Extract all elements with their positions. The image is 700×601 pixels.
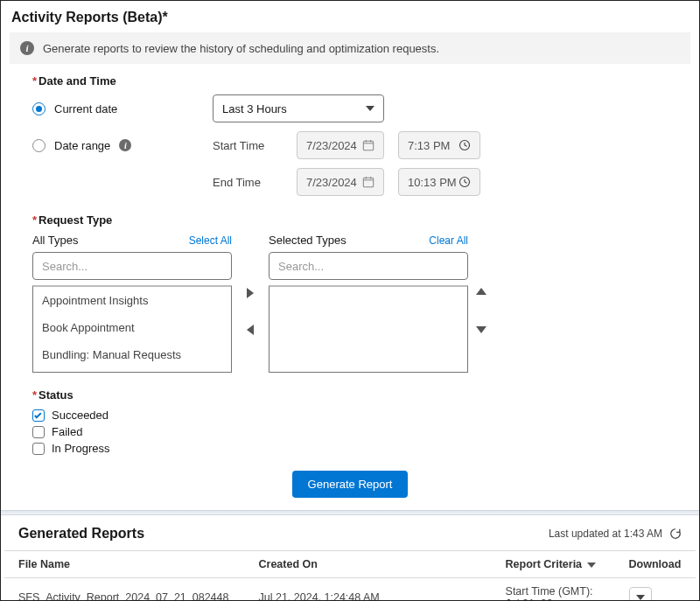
info-icon[interactable]: i — [119, 139, 131, 151]
col-file-name[interactable]: File Name — [4, 551, 244, 578]
all-types-label: All Types — [32, 234, 79, 247]
radio-current-date-label: Current date — [54, 102, 117, 115]
end-date-value: 7/23/2024 — [306, 176, 357, 189]
selected-types-listbox[interactable] — [269, 285, 468, 373]
cell-criteria: Start Time (GMT): Jul 21, 20... — [492, 578, 615, 602]
info-banner-text: Generate reports to review the history o… — [43, 42, 439, 55]
cell-file-name: SFS_Activity_Report_2024_07_21_082448 — [4, 578, 244, 602]
info-icon: i — [20, 41, 34, 55]
time-range-value: Last 3 Hours — [222, 102, 287, 115]
end-time-label: End Time — [213, 176, 291, 189]
svg-line-6 — [465, 145, 467, 146]
page-title: Activity Reports (Beta)* — [1, 1, 699, 32]
last-updated-text: Last updated at 1:43 AM — [549, 528, 662, 540]
checkbox-in-progress-label: In Progress — [52, 442, 109, 455]
end-time-value: 10:13 PM — [408, 176, 457, 189]
move-up-button[interactable] — [476, 288, 486, 295]
info-banner: i Generate reports to review the history… — [10, 32, 690, 64]
start-time-input: 7:13 PM — [398, 131, 480, 159]
end-date-input: 7/23/2024 — [297, 168, 384, 196]
start-time-value: 7:13 PM — [408, 139, 450, 152]
chevron-down-icon — [636, 595, 645, 600]
clock-icon — [458, 139, 471, 151]
request-type-label: Request Type — [32, 213, 668, 227]
list-item[interactable]: Bundling: Manual Requests — [33, 341, 231, 368]
chevron-down-icon — [366, 106, 374, 111]
select-all-link[interactable]: Select All — [189, 234, 232, 247]
start-time-label: Start Time — [213, 139, 291, 152]
start-date-input: 7/23/2024 — [297, 131, 384, 159]
time-range-select[interactable]: Last 3 Hours — [213, 94, 384, 122]
clear-all-link[interactable]: Clear All — [429, 234, 468, 247]
generated-reports-table: File Name Created On Report Criteria Dow… — [4, 550, 696, 601]
generate-report-button[interactable]: Generate Report — [292, 471, 409, 498]
generated-reports-title: Generated Reports — [18, 526, 144, 542]
start-date-value: 7/23/2024 — [306, 139, 357, 152]
list-item[interactable]: Book Appointment — [33, 314, 231, 341]
list-item[interactable] — [33, 368, 231, 373]
refresh-icon[interactable] — [669, 528, 682, 540]
checkbox-failed-label: Failed — [52, 425, 82, 438]
svg-line-13 — [465, 182, 467, 183]
search-placeholder: Search... — [278, 260, 324, 273]
calendar-icon — [362, 176, 374, 188]
date-time-label: Date and Time — [32, 74, 668, 87]
move-down-button[interactable] — [476, 326, 486, 333]
col-created-on[interactable]: Created On — [244, 551, 491, 578]
col-report-criteria[interactable]: Report Criteria — [492, 551, 615, 578]
available-types-listbox[interactable]: Appointment Insights Book Appointment Bu… — [32, 285, 232, 373]
radio-date-range-label: Date range — [54, 139, 110, 152]
cell-created-on: Jul 21, 2024, 1:24:48 AM — [244, 578, 491, 602]
move-right-button[interactable] — [247, 288, 254, 298]
svg-rect-0 — [363, 141, 373, 150]
radio-current-date[interactable] — [32, 102, 46, 115]
checkbox-succeeded-label: Succeeded — [52, 409, 108, 422]
search-placeholder: Search... — [42, 260, 88, 273]
selected-types-label: Selected Types — [269, 234, 346, 247]
end-time-input: 10:13 PM — [398, 168, 480, 196]
radio-date-range[interactable] — [32, 139, 46, 152]
checkbox-failed[interactable] — [32, 426, 45, 438]
status-label: Status — [32, 388, 668, 402]
available-search-input[interactable]: Search... — [32, 252, 232, 280]
move-left-button[interactable] — [247, 325, 254, 335]
chevron-down-icon — [587, 563, 596, 568]
calendar-icon — [362, 139, 374, 151]
checkbox-succeeded[interactable] — [32, 409, 45, 422]
clock-icon — [458, 176, 471, 188]
selected-search-input[interactable]: Search... — [269, 252, 468, 280]
list-item[interactable]: Appointment Insights — [33, 287, 231, 314]
col-download: Download — [615, 551, 696, 578]
checkbox-in-progress[interactable] — [32, 443, 45, 455]
svg-rect-7 — [363, 178, 373, 187]
table-row: SFS_Activity_Report_2024_07_21_082448 Ju… — [4, 578, 696, 602]
download-button[interactable] — [629, 587, 652, 601]
